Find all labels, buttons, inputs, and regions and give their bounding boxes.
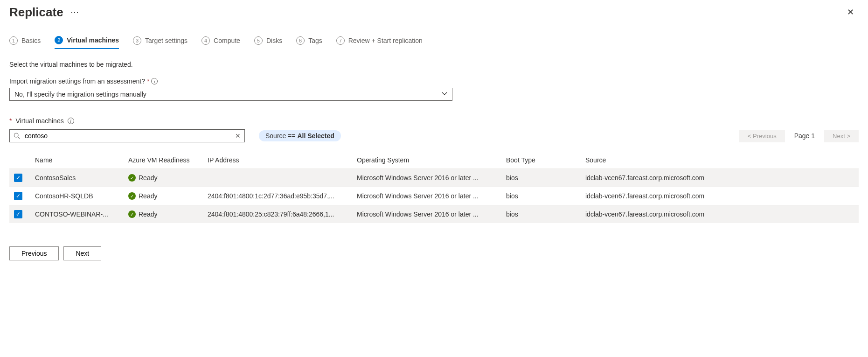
col-ip[interactable]: IP Address bbox=[203, 152, 352, 169]
row-checkbox[interactable]: ✓ bbox=[14, 192, 22, 200]
cell-source: idclab-vcen67.fareast.corp.microsoft.com bbox=[581, 205, 859, 224]
step-label: Compute bbox=[214, 37, 240, 44]
chevron-down-icon bbox=[442, 91, 447, 98]
more-icon[interactable]: ⋯ bbox=[70, 7, 79, 17]
search-input[interactable] bbox=[24, 132, 231, 140]
next-page-button[interactable]: Next > bbox=[824, 130, 859, 142]
step-number-icon: 5 bbox=[254, 36, 263, 45]
step-label: Review + Start replication bbox=[348, 37, 423, 44]
table-row[interactable]: ✓CONTOSO-WEBINAR-...✓Ready2404:f801:4800… bbox=[9, 205, 859, 224]
step-number-icon: 7 bbox=[336, 36, 345, 45]
import-settings-label: Import migration settings from an assess… bbox=[9, 77, 859, 85]
pagination: < Previous Page 1 Next > bbox=[739, 130, 859, 142]
cell-os: Microsoft Windows Server 2016 or later .… bbox=[352, 187, 501, 205]
step-number-icon: 4 bbox=[201, 36, 210, 45]
step-label: Virtual machines bbox=[67, 36, 119, 44]
cell-os: Microsoft Windows Server 2016 or later .… bbox=[352, 205, 501, 224]
cell-readiness: ✓Ready bbox=[124, 205, 203, 224]
table-row[interactable]: ✓ContosoSales✓ReadyMicrosoft Windows Ser… bbox=[9, 169, 859, 187]
col-source[interactable]: Source bbox=[581, 152, 859, 169]
col-boot[interactable]: Boot Type bbox=[501, 152, 581, 169]
required-indicator-icon: * bbox=[147, 77, 149, 85]
col-os[interactable]: Operating System bbox=[352, 152, 501, 169]
step-number-icon: 1 bbox=[9, 36, 18, 45]
source-filter-pill[interactable]: Source == All Selected bbox=[259, 130, 341, 141]
cell-ip bbox=[203, 169, 352, 187]
step-number-icon: 2 bbox=[55, 36, 63, 44]
step-review[interactable]: 7 Review + Start replication bbox=[336, 36, 423, 49]
cell-name: ContosoSales bbox=[30, 169, 124, 187]
title-wrap: Replicate ⋯ bbox=[9, 5, 79, 20]
instruction-text: Select the virtual machines to be migrat… bbox=[9, 61, 859, 68]
clear-search-icon[interactable]: ✕ bbox=[235, 132, 241, 140]
step-number-icon: 6 bbox=[296, 36, 305, 45]
step-disks[interactable]: 5 Disks bbox=[254, 36, 282, 49]
close-icon[interactable]: ✕ bbox=[842, 2, 859, 22]
cell-os: Microsoft Windows Server 2016 or later .… bbox=[352, 169, 501, 187]
svg-point-0 bbox=[14, 133, 18, 137]
required-indicator-icon: * bbox=[9, 117, 12, 125]
col-readiness[interactable]: Azure VM Readiness bbox=[124, 152, 203, 169]
svg-line-1 bbox=[18, 137, 20, 139]
cell-source: idclab-vcen67.fareast.corp.microsoft.com bbox=[581, 169, 859, 187]
row-checkbox[interactable]: ✓ bbox=[14, 210, 22, 218]
footer-buttons: Previous Next bbox=[9, 246, 859, 260]
step-tags[interactable]: 6 Tags bbox=[296, 36, 322, 49]
vm-section-label: Virtual machines bbox=[15, 117, 63, 125]
page-title: Replicate bbox=[9, 5, 63, 20]
search-icon bbox=[14, 133, 20, 139]
cell-readiness: ✓Ready bbox=[124, 169, 203, 187]
cell-ip: 2404:f801:4800:25:c823:79ff:6a48:2666,1.… bbox=[203, 205, 352, 224]
col-name[interactable]: Name bbox=[30, 152, 124, 169]
previous-button[interactable]: Previous bbox=[9, 246, 59, 260]
table-row[interactable]: ✓ContosoHR-SQLDB✓Ready2404:f801:4800:1c:… bbox=[9, 187, 859, 205]
cell-readiness: ✓Ready bbox=[124, 187, 203, 205]
vm-table: Name Azure VM Readiness IP Address Opera… bbox=[9, 152, 859, 223]
cell-name: ContosoHR-SQLDB bbox=[30, 187, 124, 205]
cell-source: idclab-vcen67.fareast.corp.microsoft.com bbox=[581, 187, 859, 205]
previous-page-button[interactable]: < Previous bbox=[739, 130, 785, 142]
wizard-steps: 1 Basics 2 Virtual machines 3 Target set… bbox=[9, 36, 859, 49]
dropdown-selected-value: No, I'll specify the migration settings … bbox=[14, 91, 146, 98]
info-icon[interactable]: i bbox=[68, 118, 74, 124]
cell-boot: bios bbox=[501, 169, 581, 187]
step-label: Target settings bbox=[145, 37, 187, 44]
header: Replicate ⋯ ✕ bbox=[9, 2, 859, 22]
import-settings-dropdown[interactable]: No, I'll specify the migration settings … bbox=[9, 88, 452, 101]
ready-check-icon: ✓ bbox=[128, 210, 136, 218]
step-compute[interactable]: 4 Compute bbox=[201, 36, 240, 49]
page-indicator: Page 1 bbox=[794, 132, 815, 140]
step-basics[interactable]: 1 Basics bbox=[9, 36, 41, 49]
cell-boot: bios bbox=[501, 187, 581, 205]
cell-ip: 2404:f801:4800:1c:2d77:36ad:e95b:35d7,..… bbox=[203, 187, 352, 205]
row-checkbox[interactable]: ✓ bbox=[14, 174, 22, 182]
step-label: Tags bbox=[308, 37, 322, 44]
import-label-text: Import migration settings from an assess… bbox=[9, 77, 145, 85]
cell-boot: bios bbox=[501, 205, 581, 224]
search-box[interactable]: ✕ bbox=[9, 129, 245, 142]
step-target-settings[interactable]: 3 Target settings bbox=[133, 36, 187, 49]
step-number-icon: 3 bbox=[133, 36, 141, 45]
step-label: Disks bbox=[266, 37, 282, 44]
next-button[interactable]: Next bbox=[63, 246, 101, 260]
step-virtual-machines[interactable]: 2 Virtual machines bbox=[55, 36, 119, 49]
ready-check-icon: ✓ bbox=[128, 192, 136, 200]
filter-prefix: Source == bbox=[265, 132, 298, 140]
cell-name: CONTOSO-WEBINAR-... bbox=[30, 205, 124, 224]
table-header-row: Name Azure VM Readiness IP Address Opera… bbox=[9, 152, 859, 169]
ready-check-icon: ✓ bbox=[128, 174, 136, 182]
info-icon[interactable]: i bbox=[151, 78, 158, 84]
filter-value: All Selected bbox=[298, 132, 334, 140]
step-label: Basics bbox=[21, 37, 41, 44]
vm-section-label-row: * Virtual machines i bbox=[9, 117, 859, 125]
search-filter-row: ✕ Source == All Selected < Previous Page… bbox=[9, 129, 859, 142]
